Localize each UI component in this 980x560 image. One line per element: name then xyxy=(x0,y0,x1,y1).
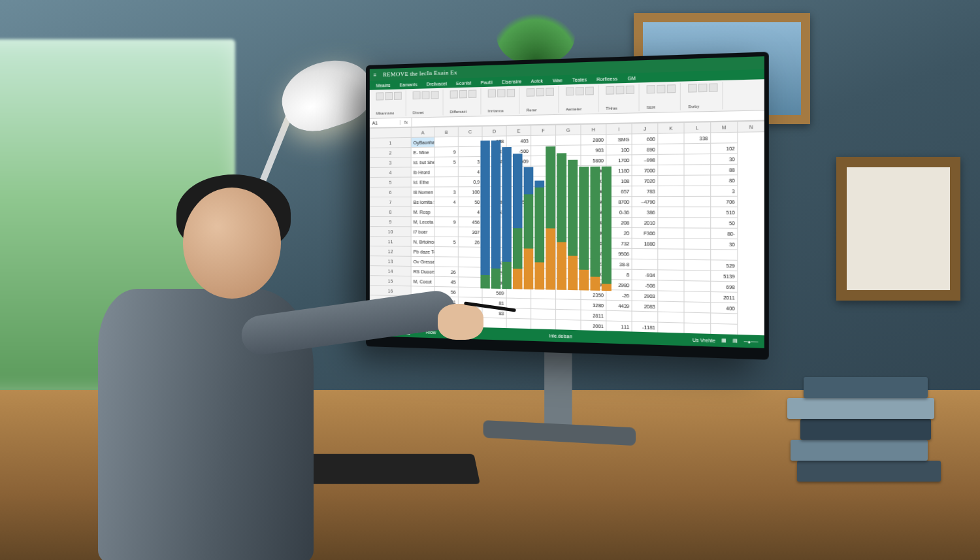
cell[interactable] xyxy=(482,217,506,227)
cell[interactable] xyxy=(482,237,506,248)
cell[interactable] xyxy=(658,291,684,302)
cell[interactable]: SMG xyxy=(606,134,632,144)
cell[interactable]: 5408 xyxy=(581,217,606,227)
name-box[interactable]: A1 xyxy=(370,120,400,125)
cell[interactable] xyxy=(458,146,482,157)
cell[interactable] xyxy=(658,301,684,312)
menu-item-9[interactable]: Rorfieess xyxy=(596,76,617,81)
col-header[interactable]: G xyxy=(556,124,581,135)
cell[interactable]: 2083 xyxy=(632,301,658,312)
cell[interactable]: M, Cocot xyxy=(411,276,434,287)
ribbon-button[interactable] xyxy=(667,84,676,93)
cell[interactable] xyxy=(658,239,684,249)
ribbon-button[interactable] xyxy=(576,87,584,95)
cell[interactable]: 3280 xyxy=(581,299,606,310)
cell[interactable] xyxy=(556,320,581,331)
cell[interactable] xyxy=(506,186,531,197)
cell[interactable]: 4439 xyxy=(606,300,632,311)
row-header[interactable]: 14 xyxy=(370,266,411,276)
menu-item-8[interactable]: Teates xyxy=(572,77,587,82)
menu-item-3[interactable]: Econist xyxy=(456,80,471,86)
cell[interactable]: 26 xyxy=(434,267,458,277)
cell[interactable]: 400 xyxy=(711,303,738,314)
ribbon-button[interactable] xyxy=(497,89,505,97)
cell[interactable] xyxy=(458,277,482,288)
cell[interactable]: 2811 xyxy=(581,310,606,321)
col-header[interactable]: B xyxy=(434,127,458,137)
cell[interactable] xyxy=(506,176,531,187)
cell[interactable]: 100 xyxy=(458,187,482,197)
cell[interactable] xyxy=(482,176,506,187)
cell[interactable] xyxy=(711,250,738,261)
cell[interactable] xyxy=(531,135,556,146)
cell[interactable] xyxy=(531,217,556,227)
cell[interactable]: 338 xyxy=(684,133,711,144)
cell[interactable]: 5139 xyxy=(711,271,738,282)
col-header[interactable]: L xyxy=(684,122,711,133)
cell[interactable] xyxy=(658,270,684,281)
cell[interactable]: 1330 xyxy=(482,277,506,288)
cell[interactable]: –998 xyxy=(632,154,658,165)
cell[interactable] xyxy=(658,312,684,323)
row-header[interactable]: 7 xyxy=(370,197,411,206)
col-header[interactable]: M xyxy=(711,122,738,133)
row-header[interactable]: 11 xyxy=(370,237,411,247)
cell[interactable] xyxy=(531,268,556,278)
row-header[interactable]: 1 xyxy=(370,137,411,148)
cell[interactable] xyxy=(684,239,711,250)
cell[interactable] xyxy=(556,166,581,176)
cell[interactable]: 2800 xyxy=(581,135,606,145)
cell[interactable]: 80 xyxy=(711,175,738,186)
cell[interactable]: 26 xyxy=(458,237,482,248)
cell[interactable]: 2011 xyxy=(711,291,738,303)
cell[interactable]: 5665 xyxy=(581,248,606,259)
cell[interactable]: 4 xyxy=(458,167,482,177)
cell[interactable] xyxy=(531,319,556,330)
ribbon-button[interactable] xyxy=(385,92,393,100)
cell[interactable]: M, Leceta Booy xyxy=(411,217,434,227)
cell[interactable] xyxy=(506,298,531,308)
cell[interactable]: I8 Nomen xyxy=(411,187,434,197)
menu-item-1[interactable]: Eamants xyxy=(399,82,417,87)
cell[interactable]: 1880 xyxy=(632,238,658,248)
cell[interactable]: 1880 xyxy=(581,279,606,290)
cell[interactable]: –4790 xyxy=(632,197,658,207)
col-header[interactable]: J xyxy=(632,123,658,134)
ribbon-button[interactable] xyxy=(422,91,430,99)
cell[interactable]: 7000 xyxy=(632,165,658,175)
cell[interactable] xyxy=(658,322,684,333)
zoom-slider[interactable]: ─●── xyxy=(743,338,758,344)
cell[interactable] xyxy=(482,318,506,328)
menu-item-2[interactable]: Drelivacet xyxy=(427,81,447,86)
cell[interactable] xyxy=(658,154,684,165)
cell[interactable] xyxy=(684,165,711,176)
cell[interactable] xyxy=(658,133,684,144)
cell[interactable] xyxy=(684,196,711,206)
cell[interactable] xyxy=(658,228,684,239)
cell[interactable] xyxy=(531,248,556,258)
cell[interactable]: RS Duoorse xyxy=(411,266,434,276)
cell[interactable] xyxy=(531,299,556,309)
cell[interactable]: 1-53 xyxy=(482,207,506,218)
cell[interactable] xyxy=(684,270,711,281)
cell[interactable]: 5 xyxy=(434,157,458,167)
cell[interactable]: 538 xyxy=(482,197,506,207)
cell[interactable]: F-509 xyxy=(506,156,531,167)
cell[interactable] xyxy=(556,156,581,166)
ribbon-button[interactable] xyxy=(527,88,535,97)
cell[interactable] xyxy=(684,154,711,165)
cell[interactable] xyxy=(531,197,556,207)
cell[interactable] xyxy=(556,217,581,227)
cell[interactable] xyxy=(482,167,506,177)
row-header[interactable]: 3 xyxy=(370,157,411,168)
cell[interactable]: 350 xyxy=(581,207,606,218)
cell[interactable]: 903 xyxy=(581,144,606,155)
cell[interactable] xyxy=(531,207,556,218)
col-header[interactable]: N xyxy=(738,121,764,132)
cell[interactable]: 732 xyxy=(606,238,632,248)
ribbon-button[interactable] xyxy=(459,90,467,99)
ribbon-button[interactable] xyxy=(536,88,544,97)
cell[interactable]: 65D xyxy=(506,197,531,207)
cell[interactable] xyxy=(434,137,458,147)
cell[interactable]: F300 xyxy=(632,227,658,238)
